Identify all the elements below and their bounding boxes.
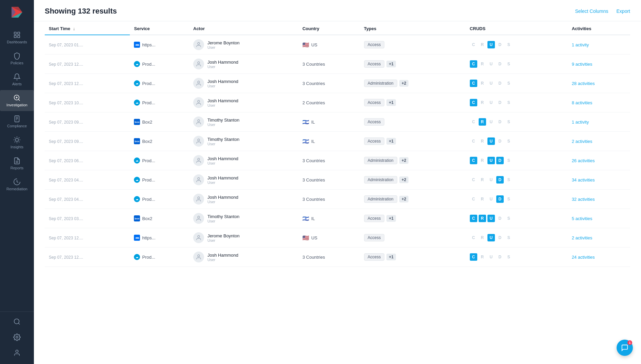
crud-s: S bbox=[505, 253, 513, 261]
salesforce-logo: ☁ bbox=[134, 80, 140, 86]
activities-link[interactable]: 34 activities bbox=[572, 177, 595, 183]
cell-country: 🇮🇱IL bbox=[298, 209, 360, 228]
actor-name: Josh Hammond bbox=[207, 98, 238, 103]
cruds-cell: CRUDS bbox=[470, 215, 564, 222]
crud-r: R bbox=[479, 157, 486, 164]
activities-link[interactable]: 28 activities bbox=[572, 81, 595, 86]
cell-types: Administration+2 bbox=[360, 74, 466, 93]
col-cruds[interactable]: CRUDS bbox=[466, 21, 568, 35]
activities-link[interactable]: 8 activities bbox=[572, 100, 593, 105]
timestamp-value: Sep 07, 2023 12.... bbox=[49, 81, 83, 86]
svg-point-26 bbox=[198, 235, 200, 237]
cell-activities[interactable]: 9 activities bbox=[568, 55, 630, 74]
sidebar-item-settings[interactable] bbox=[0, 330, 34, 344]
col-service[interactable]: Service bbox=[130, 21, 189, 35]
cell-cruds: CRUDS bbox=[466, 112, 568, 132]
cell-activities[interactable]: 1 activity bbox=[568, 112, 630, 132]
activities-link[interactable]: 24 activities bbox=[572, 255, 595, 260]
sidebar-item-label: Remediation bbox=[6, 187, 27, 191]
sidebar-item-insights[interactable]: Insights bbox=[0, 132, 34, 153]
col-activities[interactable]: Activities bbox=[568, 21, 630, 35]
col-types[interactable]: Types bbox=[360, 21, 466, 35]
crud-c: C bbox=[470, 176, 477, 184]
cell-country: 2 Countries bbox=[298, 93, 360, 112]
col-country[interactable]: Country bbox=[298, 21, 360, 35]
cell-activities[interactable]: 32 activities bbox=[568, 190, 630, 209]
flag-icon: 🇮🇱 bbox=[302, 119, 309, 125]
service-name: Prod... bbox=[142, 62, 155, 67]
activities-link[interactable]: 9 activities bbox=[572, 62, 593, 67]
box-logo: box bbox=[134, 119, 140, 125]
type-badge: Access bbox=[364, 118, 385, 126]
service-cell: okta https... bbox=[134, 42, 185, 48]
activities-link[interactable]: 1 activity bbox=[572, 120, 589, 125]
actor-avatar bbox=[193, 39, 204, 50]
sidebar-item-profile[interactable] bbox=[0, 346, 34, 360]
actor-name: Josh Hammond bbox=[207, 195, 238, 200]
crud-d: D bbox=[496, 41, 504, 48]
cell-activities[interactable]: 24 activities bbox=[568, 248, 630, 267]
cruds-cell: CRUDS bbox=[470, 118, 564, 126]
cell-country: 🇺🇸US bbox=[298, 228, 360, 248]
activities-link[interactable]: 26 activities bbox=[572, 158, 595, 163]
activities-link[interactable]: 2 activities bbox=[572, 235, 593, 240]
chat-button[interactable]: 1 bbox=[617, 340, 633, 356]
cell-activities[interactable]: 2 activities bbox=[568, 228, 630, 248]
col-actor[interactable]: Actor bbox=[189, 21, 298, 35]
activities-link[interactable]: 1 activity bbox=[572, 42, 589, 47]
timestamp-value: Sep 07, 2023 04.... bbox=[49, 197, 83, 202]
sidebar-item-investigation[interactable]: Investigation bbox=[0, 90, 34, 111]
cell-activities[interactable]: 8 activities bbox=[568, 93, 630, 112]
svg-point-21 bbox=[198, 139, 200, 141]
activities-link[interactable]: 32 activities bbox=[572, 197, 595, 202]
country-name: IL bbox=[311, 120, 315, 125]
sidebar-item-alerts[interactable]: Alerts bbox=[0, 69, 34, 90]
country-cell: 2 Countries bbox=[302, 100, 356, 105]
app-logo[interactable] bbox=[9, 4, 25, 20]
table-row: Sep 07, 2023 04.... ☁ Prod... Josh Hammo… bbox=[45, 190, 630, 209]
sidebar-item-search[interactable] bbox=[0, 315, 34, 329]
salesforce-logo: ☁ bbox=[134, 100, 140, 106]
select-columns-button[interactable]: Select Columns bbox=[575, 8, 608, 14]
cell-types: Access+1 bbox=[360, 209, 466, 228]
service-name: Prod... bbox=[142, 81, 155, 86]
actor-name: Jerome Boynton bbox=[207, 40, 240, 45]
cell-actor: Josh Hammond User bbox=[189, 190, 298, 209]
sidebar-item-policies[interactable]: Policies bbox=[0, 48, 34, 69]
cell-types: Access bbox=[360, 112, 466, 132]
service-cell: ☁ Prod... bbox=[134, 177, 185, 183]
type-badge: Administration+2 bbox=[364, 157, 409, 164]
cell-activities[interactable]: 5 activities bbox=[568, 209, 630, 228]
cell-cruds: CRUDS bbox=[466, 248, 568, 267]
actor-info: Josh Hammond User bbox=[207, 98, 238, 107]
sidebar-item-remediation[interactable]: Remediation bbox=[0, 174, 34, 195]
type-extra: +2 bbox=[399, 80, 409, 87]
cell-actor: Timothy Stanton User bbox=[189, 112, 298, 132]
country-cell: 🇮🇱IL bbox=[302, 138, 356, 145]
sidebar-item-reports[interactable]: Reports bbox=[0, 153, 34, 174]
actor-name: Josh Hammond bbox=[207, 253, 238, 258]
crud-c: C bbox=[470, 137, 477, 145]
cell-activities[interactable]: 2 activities bbox=[568, 132, 630, 151]
crud-u: U bbox=[487, 41, 495, 48]
table-row: Sep 07, 2023 10.... ☁ Prod... Josh Hammo… bbox=[45, 93, 630, 112]
actor-cell: Josh Hammond User bbox=[193, 194, 294, 205]
actor-info: Josh Hammond User bbox=[207, 195, 238, 204]
table-container: Start Time ↓ Service Actor Country Types… bbox=[34, 21, 641, 364]
crud-d: D bbox=[496, 118, 504, 126]
activities-link[interactable]: 2 activities bbox=[572, 139, 593, 144]
cell-activities[interactable]: 1 activity bbox=[568, 35, 630, 55]
actor-info: Josh Hammond User bbox=[207, 60, 238, 69]
actor-cell: Josh Hammond User bbox=[193, 174, 294, 185]
actor-cell: Josh Hammond User bbox=[193, 78, 294, 89]
svg-point-13 bbox=[14, 319, 19, 324]
sidebar-item-dashboards[interactable]: Dashboards bbox=[0, 27, 34, 48]
activities-link[interactable]: 5 activities bbox=[572, 216, 593, 221]
cell-activities[interactable]: 34 activities bbox=[568, 170, 630, 190]
cell-activities[interactable]: 26 activities bbox=[568, 151, 630, 170]
sidebar-item-compliance[interactable]: Compliance bbox=[0, 111, 34, 132]
col-start-time[interactable]: Start Time ↓ bbox=[45, 21, 130, 35]
crud-c: C bbox=[470, 234, 477, 241]
cell-activities[interactable]: 28 activities bbox=[568, 74, 630, 93]
export-button[interactable]: Export bbox=[617, 8, 630, 14]
